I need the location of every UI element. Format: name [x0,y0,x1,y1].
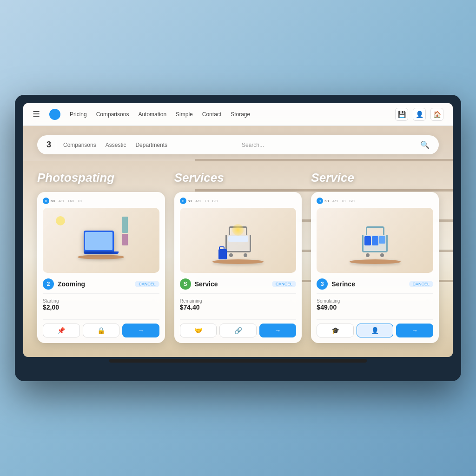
card-actions-3: 🎓 👤 → [317,319,433,337]
card-badge-3: 3 [317,278,328,290]
nav-links: Pricing Comparisons Automation Simple Co… [70,111,386,118]
stat-1-3: +40 [67,199,74,203]
card-action-arrow-2[interactable]: → [259,324,297,337]
card-tag-2[interactable]: CANCEL [272,281,297,287]
stat-icon-d2: D [180,198,186,204]
nav-actions: 💾 👤 🏠 [395,108,443,121]
section-services: Services D n0 4/0 [174,171,302,343]
price-value-3: $49.00 [317,304,340,311]
nav-automation[interactable]: Automation [138,111,166,118]
search-tabs: Comparisons Assestic Departments [63,142,235,148]
stat-2-1: D n0 [180,198,192,204]
product-card-3: D n0 4/0 +0 0/0 [311,192,439,343]
section-title-services: Services [174,171,302,185]
card-tag-3[interactable]: CANCEL [409,281,434,287]
card-action-arrow-1[interactable]: → [122,324,159,337]
nav-pricing[interactable]: Pricing [70,111,87,118]
price-value-1: $2,00 [43,304,59,311]
card-price-row-3: Somulating $49.00 [317,293,433,316]
section-photospating: Photospating D n0 4/0 [37,171,165,343]
card-title-row-3: 3 Serince CANCEL [317,278,433,290]
content-overlay: ☰ Pricing Comparisons Automation Simple … [23,103,453,357]
search-section: 3 Comparisons Assestic Departments Searc… [23,126,453,161]
card-action-user[interactable]: 👤 [357,324,394,337]
stat-2-3: +0 [205,199,209,203]
card-title-3: Serince [331,280,355,288]
cart-lamp [232,224,244,236]
stat-1-4: +0 [78,199,82,203]
stat-2-2: 4/0 [196,199,201,203]
card-stats-1: D n0 4/0 +40 +0 [43,198,159,204]
card-action-arrow-3[interactable]: → [396,324,433,337]
stat-icon-d1: D [43,198,49,204]
lamp-glow-1 [56,216,65,225]
price-label-1: Starting [43,298,59,304]
stat-1-1: D n0 [43,198,55,204]
search-bar: 3 Comparisons Assestic Departments Searc… [37,135,439,154]
navbar: ☰ Pricing Comparisons Automation Simple … [23,103,453,126]
card-action-pin[interactable]: 📌 [43,324,80,337]
stat-3-3: +0 [341,199,345,203]
card-title-2: Service [195,280,218,288]
section-title-service2: Service [311,171,439,185]
card-image-1 [43,208,159,273]
card-action-grad[interactable]: 🎓 [317,324,354,337]
card-badge-1: 2 [43,278,54,290]
product-card-2: D n0 4/0 +0 0/0 [174,192,302,343]
section-title-photospating: Photospating [37,171,165,185]
laptop-frame: ☰ Pricing Comparisons Automation Simple … [15,95,461,381]
home-button[interactable]: 🏠 [430,108,443,121]
card-stats-2: D n0 4/0 +0 0/0 [180,198,297,204]
nav-logo [49,109,60,120]
nav-simple[interactable]: Simple [176,111,193,118]
product-card-1: D n0 4/0 +40 +0 [37,192,165,343]
search-icon[interactable]: 🔍 [420,140,430,149]
card-image-3 [317,208,433,273]
stat-icon-d3: D [317,198,323,204]
card-action-lock[interactable]: 🔒 [83,324,120,337]
card-action-handshake[interactable]: 🤝 [180,324,217,337]
card-action-link[interactable]: 🔗 [219,324,257,337]
card-actions-1: 📌 🔒 → [43,319,159,337]
laptop-screen: ☰ Pricing Comparisons Automation Simple … [23,103,453,357]
nav-comparisons[interactable]: Comparisons [96,111,129,118]
card-title-1: Zooming [58,280,85,288]
card-image-2 [180,208,297,273]
stat-val-1: n0 [51,199,55,203]
card-price-row-2: Remaining $74.40 [180,293,297,316]
sections-row: Photospating D n0 4/0 [37,171,439,343]
price-label-3: Somulating [317,298,340,304]
card-stats-3: D n0 4/0 +0 0/0 [317,198,433,204]
laptop-trackpad-base [109,359,367,363]
price-value-2: $74.40 [180,304,202,311]
section-service2: Service D n0 4/0 [311,171,439,343]
card-price-row-1: Starting $2,00 [43,293,159,316]
hamburger-icon[interactable]: ☰ [33,109,40,119]
search-tab-departments[interactable]: Departments [135,142,167,148]
main-content: Photospating D n0 4/0 [23,161,453,357]
stat-3-2: 4/0 [332,199,337,203]
nav-contact[interactable]: Contact [202,111,221,118]
card-title-row-1: 2 Zooming CANCEL [43,278,159,290]
card-tag-1[interactable]: CANCEL [135,281,159,287]
price-label-2: Remaining [180,298,202,304]
search-number: 3 [46,140,56,150]
nav-storage[interactable]: Storage [231,111,250,118]
stat-2-4: 0/0 [212,199,218,203]
card-title-row-2: S Service CANCEL [180,278,297,290]
stat-3-1: D n0 [317,198,329,204]
stat-1-2: 4/0 [59,199,64,203]
search-input[interactable]: Search... [242,142,413,148]
search-tab-assestic[interactable]: Assestic [106,142,126,148]
save-button[interactable]: 💾 [395,108,408,121]
stat-3-4: 0/0 [350,199,355,203]
user-icon-button[interactable]: 👤 [413,108,426,121]
card-actions-2: 🤝 🔗 → [180,319,297,337]
card-badge-2: S [180,278,191,290]
search-tab-comparisons[interactable]: Comparisons [63,142,96,148]
